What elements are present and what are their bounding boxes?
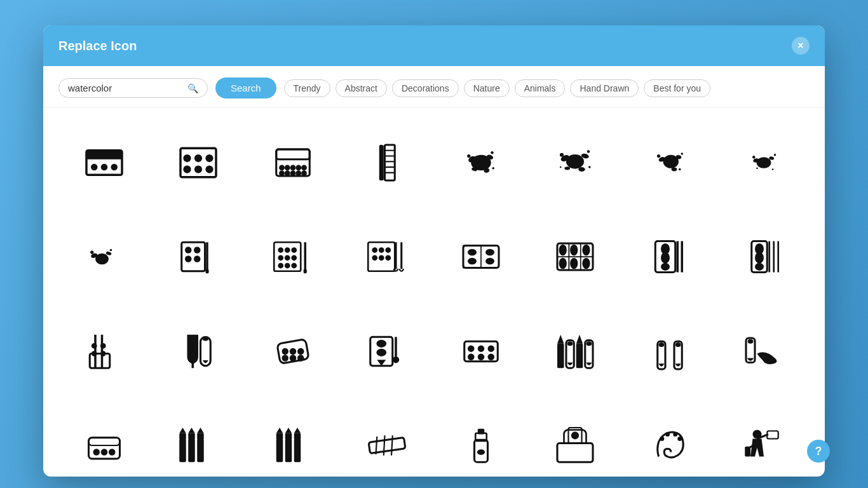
svg-point-150: [468, 353, 475, 360]
search-bar: 🔍 Search Trendy Abstract Decorations Nat…: [43, 66, 825, 108]
svg-marker-181: [276, 428, 283, 433]
svg-point-133: [203, 337, 208, 341]
filter-tag-trendy[interactable]: Trendy: [284, 79, 330, 97]
filter-tag-best-for-you[interactable]: Best for you: [644, 79, 710, 97]
svg-point-110: [571, 258, 578, 269]
svg-point-20: [279, 170, 285, 176]
filter-tag-nature[interactable]: Nature: [464, 79, 510, 97]
svg-point-22: [290, 170, 295, 176]
svg-point-89: [379, 248, 384, 254]
icon-paint-tubes-bottles[interactable]: [533, 309, 617, 393]
icon-pill-blister-2[interactable]: [533, 215, 617, 299]
icon-paint-bottles-group1[interactable]: [156, 403, 240, 477]
icon-brush-tube[interactable]: [156, 309, 240, 393]
icon-watercolor-tray-2[interactable]: [62, 403, 146, 477]
icon-watercolor-tray[interactable]: [439, 309, 523, 393]
icon-paint-tube-smear[interactable]: [722, 309, 806, 393]
svg-point-107: [571, 245, 578, 256]
svg-point-56: [757, 157, 771, 168]
svg-rect-196: [557, 443, 593, 462]
help-button[interactable]: ?: [807, 440, 830, 463]
icon-art-box[interactable]: [533, 403, 617, 477]
svg-point-168: [101, 449, 108, 456]
svg-point-121: [755, 263, 764, 271]
svg-point-140: [297, 355, 304, 362]
svg-point-120: [755, 252, 764, 264]
svg-marker-187: [294, 428, 301, 433]
svg-point-114: [661, 252, 670, 264]
icon-pen-holder[interactable]: [62, 309, 146, 393]
icon-ink-splat-2[interactable]: [533, 121, 617, 205]
svg-point-167: [93, 449, 100, 456]
svg-point-7: [184, 154, 191, 162]
svg-point-136: [289, 348, 296, 355]
modal-title: Replace Icon: [58, 39, 137, 53]
svg-point-139: [289, 355, 296, 362]
svg-marker-172: [180, 428, 187, 433]
filter-tag-hand-drawn[interactable]: Hand Drawn: [570, 79, 639, 97]
icon-watercolor-set-brush[interactable]: [251, 215, 335, 299]
svg-point-67: [110, 249, 112, 252]
icon-pill-blister-3[interactable]: [628, 215, 712, 299]
icon-palette-round-open[interactable]: [251, 121, 335, 205]
svg-point-98: [468, 249, 477, 256]
svg-point-169: [109, 449, 116, 456]
svg-point-78: [291, 248, 297, 254]
svg-point-46: [587, 150, 590, 152]
svg-point-45: [560, 153, 564, 157]
icon-paint-strip[interactable]: [345, 403, 429, 477]
icon-brush-set-drop[interactable]: [345, 309, 429, 393]
svg-rect-174: [189, 433, 196, 440]
filter-tag-decorations[interactable]: Decorations: [392, 79, 459, 97]
icon-brush-ruler[interactable]: [345, 121, 429, 205]
svg-rect-1: [86, 151, 122, 159]
svg-point-9: [206, 154, 214, 162]
icon-paint-palette-brush[interactable]: [156, 215, 240, 299]
svg-point-131: [100, 351, 106, 356]
icon-pill-blister-1[interactable]: [439, 215, 523, 299]
icon-palette-box-closed[interactable]: [156, 121, 240, 205]
svg-rect-170: [180, 438, 187, 462]
svg-marker-184: [285, 428, 292, 433]
svg-point-111: [583, 258, 590, 269]
svg-point-90: [385, 248, 391, 254]
svg-point-106: [559, 245, 567, 256]
svg-point-82: [278, 263, 283, 269]
svg-point-200: [665, 432, 670, 437]
icon-paint-bottles-group2[interactable]: [251, 403, 335, 477]
svg-point-149: [488, 345, 495, 352]
svg-point-53: [657, 154, 660, 158]
svg-point-43: [579, 167, 586, 172]
icon-ink-splat-small[interactable]: [62, 215, 146, 299]
icon-palette-painting[interactable]: [628, 403, 712, 477]
svg-point-81: [291, 255, 297, 261]
svg-point-99: [468, 258, 477, 265]
svg-rect-182: [285, 438, 292, 462]
svg-point-158: [587, 341, 592, 346]
search-button[interactable]: Search: [215, 78, 276, 98]
svg-point-143: [376, 348, 386, 356]
search-input[interactable]: [68, 83, 182, 93]
svg-point-91: [372, 255, 377, 261]
close-button[interactable]: ×: [792, 37, 810, 55]
icon-paint-bottle-single[interactable]: [439, 403, 523, 477]
icon-watercolor-case[interactable]: [251, 309, 335, 393]
icon-palette-box-open[interactable]: [62, 121, 146, 205]
svg-marker-175: [189, 428, 196, 433]
icon-paint-tubes-pair[interactable]: [628, 309, 712, 393]
modal-header: Replace Icon ×: [43, 25, 825, 66]
svg-point-93: [385, 255, 391, 261]
icon-ink-splat-4[interactable]: [722, 121, 806, 205]
icon-watercolor-set-tools[interactable]: [345, 215, 429, 299]
icon-pill-blister-4[interactable]: [722, 215, 806, 299]
filter-tag-abstract[interactable]: Abstract: [336, 79, 387, 97]
search-input-wrap: 🔍: [58, 78, 208, 98]
icon-ink-splat-1[interactable]: [439, 121, 523, 205]
svg-point-21: [285, 170, 290, 176]
svg-rect-207: [745, 447, 750, 457]
svg-rect-185: [294, 438, 301, 462]
filter-tag-animals[interactable]: Animals: [515, 79, 566, 97]
svg-line-190: [384, 435, 385, 456]
icon-artist-painting[interactable]: [722, 403, 806, 477]
icon-ink-splat-3[interactable]: [628, 121, 712, 205]
